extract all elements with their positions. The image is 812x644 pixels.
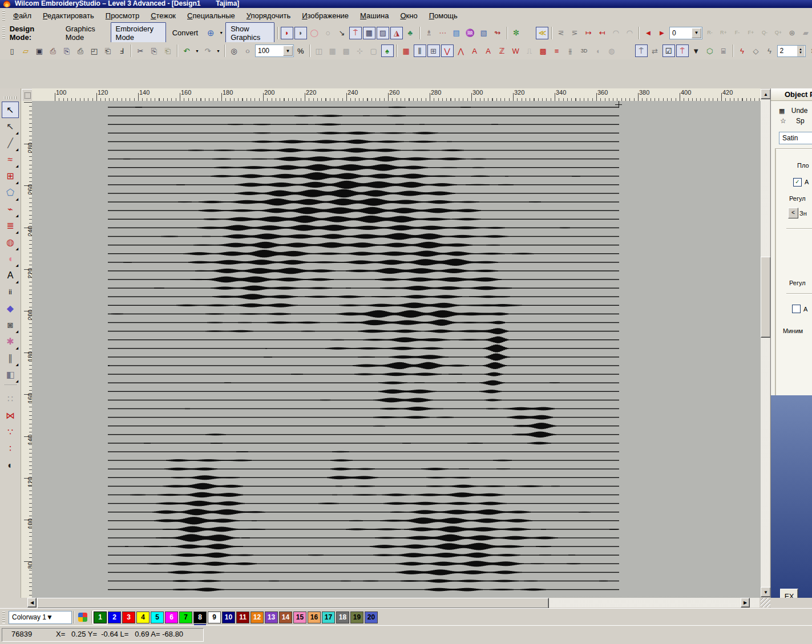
flower-icon[interactable]: ✼ <box>510 27 522 39</box>
vertical-scroll-thumb[interactable] <box>761 257 771 338</box>
color-chip-9[interactable]: 9 <box>208 611 221 623</box>
dot-run-tool[interactable]: ∵ <box>2 424 19 440</box>
mirror-right-icon[interactable]: ► <box>656 27 668 39</box>
menu-1[interactable]: Файл <box>7 9 37 22</box>
horizontal-scroll-thumb[interactable] <box>37 598 549 609</box>
offset-tool[interactable]: ◙ <box>2 317 19 333</box>
color-chip-18[interactable]: 18 <box>336 611 349 623</box>
toolbar-grip[interactable] <box>2 611 5 623</box>
menu-2[interactable]: Редактировать <box>37 9 100 22</box>
freehand-tool[interactable]: ≈ <box>2 151 19 168</box>
plant-icon[interactable]: ♣ <box>404 27 417 39</box>
rotate-angle-select[interactable]: 0▼ <box>669 27 702 39</box>
diamond-outline-icon[interactable]: ◇ <box>750 44 762 57</box>
globe-dropdown[interactable]: ▼ <box>218 27 224 39</box>
menu-5[interactable]: Специальные <box>181 9 241 22</box>
polygon-tool[interactable]: ⬠ <box>2 184 19 201</box>
arrow-down-icon[interactable]: ▼ <box>690 44 702 57</box>
toolbar-grip[interactable] <box>2 10 5 21</box>
scroll-down-button[interactable]: ▼ <box>761 587 771 597</box>
show-graphics-button[interactable]: Show Graphics <box>225 22 274 44</box>
polygon-node-icon[interactable]: ⬡ <box>704 44 716 57</box>
color-chip-2[interactable]: 2 <box>108 611 121 623</box>
write-machine-icon[interactable]: ⎙ <box>47 44 59 57</box>
color-chip-17[interactable]: 17 <box>322 611 335 623</box>
zoom-1to1-icon[interactable]: ◎ <box>228 44 240 57</box>
vertical-scrollbar[interactable]: ▲ ▼ <box>761 89 770 597</box>
print-icon[interactable]: ⎙ <box>74 44 87 57</box>
break-in-icon[interactable]: ↦ <box>582 27 595 39</box>
palette-editor-icon[interactable] <box>78 613 87 622</box>
cut-icon[interactable]: ✂ <box>134 44 147 57</box>
embroidery-mode-button[interactable]: Embroidery Mode <box>111 22 166 44</box>
zigzag-icon[interactable]: W <box>510 44 522 57</box>
needle-frame-icon[interactable]: ⍑ <box>635 44 648 57</box>
color-chip-13[interactable]: 13 <box>265 611 278 623</box>
fx-button[interactable]: FX <box>780 589 798 598</box>
color-chip-8[interactable]: 8 <box>193 611 207 623</box>
scroll-left-button[interactable]: ◀ <box>27 598 37 607</box>
needle-drop-icon[interactable]: ⍑ <box>676 44 689 57</box>
stitch-spacing-input[interactable]: 2▲▼ <box>777 45 806 57</box>
reshape-tool[interactable]: ⊞ <box>2 168 19 184</box>
horizontal-scrollbar[interactable]: ◀ ▶ <box>27 598 760 607</box>
table-grid-icon[interactable]: ▦ <box>363 27 375 39</box>
redo-icon[interactable]: ↷ <box>201 44 214 57</box>
capsule-tool[interactable]: ◐ <box>2 457 19 473</box>
threed-icon[interactable]: 3D <box>578 44 591 57</box>
save-icon[interactable]: ▣ <box>33 44 46 57</box>
menu-4[interactable]: Стежок <box>145 9 181 22</box>
new-icon[interactable]: ▯ <box>6 44 18 57</box>
color-chip-12[interactable]: 12 <box>251 611 264 623</box>
applique-icon[interactable]: ◯ <box>308 27 321 39</box>
parallel-tool[interactable]: ∥ <box>2 350 19 366</box>
select-tool[interactable]: ↖ <box>2 102 19 118</box>
colorway-select[interactable]: Colorway 1 ▼ <box>9 611 72 624</box>
stitch-list-icon[interactable]: ♒ <box>464 27 476 39</box>
outline-a2-icon[interactable]: A <box>482 44 495 57</box>
design-canvas[interactable] <box>32 101 761 598</box>
group-circles-tool[interactable]: ∷ <box>2 391 19 407</box>
florist-tool[interactable]: ✱ <box>2 333 19 350</box>
auto-checkbox[interactable]: ✓ <box>793 178 802 187</box>
mirror-left-icon[interactable]: ◄ <box>642 27 655 39</box>
convert-button[interactable]: Convert <box>167 26 204 39</box>
notes-icon[interactable]: ▧ <box>478 27 490 39</box>
scroll-up-button[interactable]: ▲ <box>761 89 771 99</box>
bolt-icon[interactable]: ϟ <box>763 44 776 57</box>
color-chip-7[interactable]: 7 <box>179 611 192 623</box>
object-list-icon[interactable]: ▤ <box>450 27 463 39</box>
node-select-tool[interactable]: ↖ <box>2 118 19 135</box>
color-chip-19[interactable]: 19 <box>350 611 363 623</box>
digitize-person-icon[interactable]: ◮ <box>390 27 403 39</box>
special-row[interactable]: ☆ Sp <box>780 117 805 125</box>
circle-fill-tool[interactable]: ◍ <box>2 234 19 250</box>
fish-icon[interactable]: ≪ <box>536 27 548 39</box>
dot-grid-icon[interactable]: ⋯ <box>437 27 449 39</box>
color-chip-14[interactable]: 14 <box>279 611 292 623</box>
color-chip-15[interactable]: 15 <box>293 611 306 623</box>
dot-line-tool[interactable]: ∶ <box>2 440 19 457</box>
bolt-red-icon[interactable]: ϟ <box>736 44 749 57</box>
zoom-level-select[interactable]: 100▼ <box>255 44 294 57</box>
globe-icon[interactable]: ⊕ <box>204 27 217 39</box>
break-out-icon[interactable]: ↤ <box>596 27 608 39</box>
auto-checkbox-2[interactable] <box>792 305 801 313</box>
read-machine-icon[interactable]: ⎘ <box>60 44 73 57</box>
color-chip-5[interactable]: 5 <box>151 611 164 623</box>
show-picture-icon[interactable]: ♠ <box>381 44 394 57</box>
color-chip-3[interactable]: 3 <box>122 611 135 623</box>
color-chip-20[interactable]: 20 <box>365 611 378 623</box>
color-chip-16[interactable]: 16 <box>308 611 321 623</box>
texture-icon[interactable]: ⫵ <box>564 44 577 57</box>
menu-6[interactable]: Упорядочить <box>241 9 296 22</box>
needle-points-icon[interactable]: ⊞ <box>427 44 440 57</box>
travel-icon[interactable]: ⇄ <box>649 44 661 57</box>
color-chip-1[interactable]: 1 <box>94 611 107 623</box>
zoom-icon[interactable]: ○ <box>241 44 254 57</box>
knife-tool[interactable]: ╱ <box>2 135 19 151</box>
outline-dashed-icon[interactable]: ◌ <box>322 27 334 39</box>
lettering-tool[interactable]: A <box>2 267 19 283</box>
decrease-button[interactable]: < <box>788 208 798 218</box>
menu-9[interactable]: Окно <box>394 9 423 22</box>
